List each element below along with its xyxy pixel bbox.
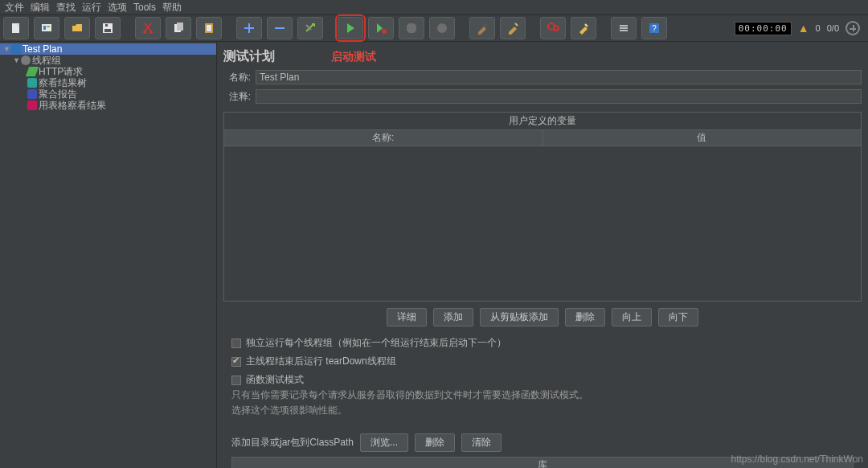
vars-table-header: 名称: 值 xyxy=(224,129,861,146)
svg-rect-2 xyxy=(43,26,46,30)
svg-rect-19 xyxy=(620,27,628,29)
chk-independent-label: 独立运行每个线程组（例如在一个组运行结束后启动下一个） xyxy=(246,336,506,350)
main-panel: 测试计划 启动测试 名称: 注释: 用户定义的变量 名称: 值 详细 添加 从剪… xyxy=(217,42,868,468)
start-no-pause-button[interactable] xyxy=(368,17,394,39)
svg-rect-18 xyxy=(620,25,628,27)
sampler-icon xyxy=(26,67,39,76)
menu-run[interactable]: 运行 xyxy=(82,1,101,14)
svg-rect-10 xyxy=(177,23,183,31)
svg-point-13 xyxy=(382,29,387,34)
elapsed-timer: 00:00:00 xyxy=(735,22,792,35)
vars-button-row: 详细 添加 从剪贴板添加 删除 向上 向下 xyxy=(223,308,862,326)
checkbox-icon[interactable] xyxy=(231,357,241,367)
chk-teardown-row[interactable]: 主线程结束后运行 tearDown线程组 xyxy=(223,355,862,368)
add-button[interactable]: 添加 xyxy=(433,308,473,326)
user-variables-section: 用户定义的变量 名称: 值 xyxy=(223,112,862,302)
name-label: 名称: xyxy=(223,71,251,84)
tree-toggle-icon[interactable]: ▼ xyxy=(13,56,19,64)
watermark: https://blog.csdn.net/ThinkWon xyxy=(731,454,863,465)
classpath-row: 添加目录或jar包到ClassPath 浏览... 删除 清除 xyxy=(223,433,862,452)
svg-rect-12 xyxy=(207,25,211,31)
stop-button[interactable] xyxy=(399,17,424,39)
copy-button[interactable] xyxy=(166,17,191,39)
svg-text:?: ? xyxy=(652,24,657,33)
collapse-button[interactable] xyxy=(267,17,293,39)
menu-file[interactable]: 文件 xyxy=(5,1,24,14)
vars-col-value: 值 xyxy=(543,130,862,146)
function-helper-button[interactable] xyxy=(611,17,637,39)
tree-http-request[interactable]: HTTP请求 xyxy=(0,66,216,77)
tree-thread-group[interactable]: ▼ 线程组 xyxy=(0,55,216,66)
expand-button[interactable] xyxy=(236,17,262,39)
paste-button[interactable] xyxy=(196,17,222,39)
detail-button[interactable]: 详细 xyxy=(387,308,427,326)
expand-collapse-icon[interactable] xyxy=(845,21,860,35)
reset-search-button[interactable] xyxy=(571,17,596,39)
chk-teardown-label: 主线程结束后运行 tearDown线程组 xyxy=(246,355,396,368)
cut-button[interactable] xyxy=(135,17,161,39)
add-from-clipboard-button[interactable]: 从剪贴板添加 xyxy=(480,308,559,326)
down-button[interactable]: 向下 xyxy=(658,308,698,326)
svg-point-14 xyxy=(437,23,447,33)
tree-table-results[interactable]: 用表格察看结果 xyxy=(0,100,216,111)
new-button[interactable] xyxy=(3,17,29,39)
menu-help[interactable]: 帮助 xyxy=(162,1,182,14)
functional-hint-1: 只有当你需要记录每个请求从服务器取得的数据到文件时才需要选择函数测试模式。 xyxy=(223,387,862,402)
start-button[interactable] xyxy=(338,17,363,39)
clear-button[interactable] xyxy=(469,17,495,39)
shutdown-button[interactable] xyxy=(429,17,455,39)
classpath-label: 添加目录或jar包到ClassPath xyxy=(231,436,354,450)
vars-section-title: 用户定义的变量 xyxy=(224,113,861,129)
vars-table-body[interactable] xyxy=(224,146,861,301)
browse-button[interactable]: 浏览... xyxy=(360,433,408,452)
comment-input[interactable] xyxy=(256,89,862,104)
clear-all-button[interactable] xyxy=(500,17,526,39)
delete-button[interactable]: 删除 xyxy=(565,308,605,326)
menu-bar: 文件 编辑 查找 运行 选项 Tools 帮助 xyxy=(0,0,868,14)
svg-rect-1 xyxy=(42,24,51,31)
listener-icon xyxy=(27,89,37,99)
checkbox-icon[interactable] xyxy=(231,376,241,385)
up-button[interactable]: 向上 xyxy=(612,308,652,326)
search-button[interactable] xyxy=(540,17,566,39)
chk-independent-row[interactable]: 独立运行每个线程组（例如在一个组运行结束后启动下一个） xyxy=(223,336,862,350)
tree-toggle-icon[interactable]: ▼ xyxy=(3,45,10,53)
warning-count: 0 xyxy=(816,23,821,33)
chk-functional-label: 函数测试模式 xyxy=(246,373,304,387)
toolbar: ? 00:00:00 ▲ 0 0/0 xyxy=(0,14,868,42)
comment-label: 注释: xyxy=(223,90,251,104)
clear-button[interactable]: 清除 xyxy=(461,433,502,452)
help-button[interactable]: ? xyxy=(641,17,667,39)
menu-options[interactable]: 选项 xyxy=(108,1,127,14)
templates-button[interactable] xyxy=(34,17,59,39)
menu-edit[interactable]: 编辑 xyxy=(31,1,50,14)
open-button[interactable] xyxy=(64,17,90,39)
name-input[interactable] xyxy=(256,70,862,84)
listener-icon xyxy=(27,78,37,88)
work-area: ▼ Test Plan ▼ 线程组 HTTP请求 察看结果树 聚合报告 用表格察… xyxy=(0,42,868,468)
tree-label: 用表格察看结果 xyxy=(39,99,106,113)
chk-functional-row[interactable]: 函数测试模式 xyxy=(223,373,862,387)
panel-title: 测试计划 xyxy=(223,48,275,65)
tree-aggregate-report[interactable]: 聚合报告 xyxy=(0,88,216,100)
checkbox-icon[interactable] xyxy=(231,339,241,348)
cp-delete-button[interactable]: 删除 xyxy=(415,433,455,452)
thread-group-icon xyxy=(21,55,31,65)
svg-rect-15 xyxy=(483,23,487,27)
vars-col-name: 名称: xyxy=(224,130,543,146)
thread-count: 0/0 xyxy=(827,23,839,33)
save-button[interactable] xyxy=(95,17,121,39)
menu-tools[interactable]: Tools xyxy=(133,2,156,13)
svg-rect-20 xyxy=(620,30,628,31)
test-plan-icon xyxy=(11,44,21,54)
warning-icon[interactable]: ▲ xyxy=(798,22,809,35)
svg-rect-3 xyxy=(47,26,50,27)
svg-point-8 xyxy=(149,31,153,34)
listener-icon xyxy=(27,101,37,110)
svg-point-17 xyxy=(554,26,559,31)
functional-hint-2: 选择这个选项很影响性能。 xyxy=(223,402,862,417)
tree-view-results-tree[interactable]: 察看结果树 xyxy=(0,77,216,88)
menu-search[interactable]: 查找 xyxy=(56,1,76,14)
toggle-button[interactable] xyxy=(297,17,323,39)
test-tree[interactable]: ▼ Test Plan ▼ 线程组 HTTP请求 察看结果树 聚合报告 用表格察… xyxy=(0,42,217,468)
